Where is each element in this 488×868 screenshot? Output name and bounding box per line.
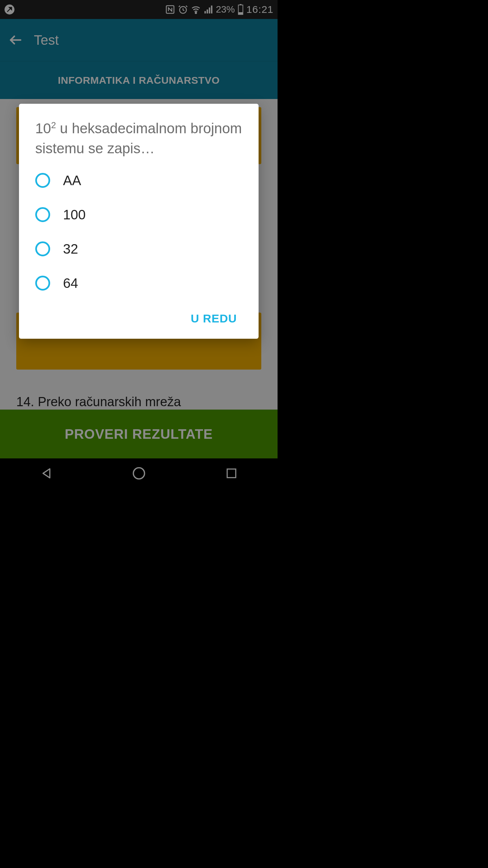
question-dialog: 102 u heksadecimalnom brojnom sistemu se…: [19, 104, 259, 339]
title-rest: u heksadecimalnom brojnom sistemu se zap…: [35, 120, 242, 156]
ok-button[interactable]: U REDU: [185, 308, 242, 329]
radio-icon[interactable]: [35, 276, 50, 291]
radio-icon[interactable]: [35, 207, 50, 222]
title-sup: 2: [51, 120, 56, 130]
radio-icon[interactable]: [35, 173, 50, 188]
option-label: AA: [63, 173, 81, 188]
option-row[interactable]: 100: [35, 202, 242, 227]
options-list: AA 100 32 64: [35, 168, 242, 296]
option-row[interactable]: 32: [35, 237, 242, 261]
dialog-title: 102 u heksadecimalnom brojnom sistemu se…: [35, 119, 242, 159]
option-row[interactable]: AA: [35, 168, 242, 193]
option-label: 32: [63, 241, 78, 257]
title-base: 10: [35, 120, 51, 136]
option-label: 64: [63, 276, 78, 291]
radio-icon[interactable]: [35, 241, 50, 256]
option-label: 100: [63, 207, 86, 222]
option-row[interactable]: 64: [35, 271, 242, 296]
